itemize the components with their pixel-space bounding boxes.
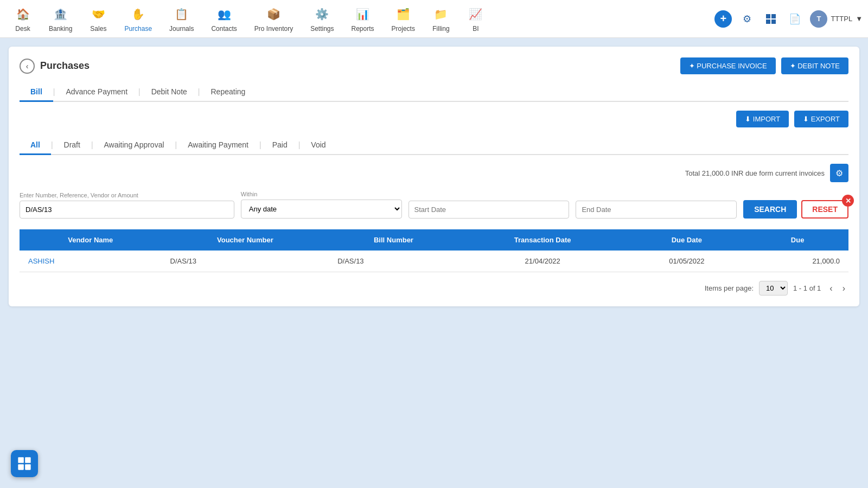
- reset-wrapper: RESET ✕: [801, 200, 848, 219]
- nav-label-filling: Filling: [432, 25, 449, 33]
- col-due-date: Due Date: [627, 229, 747, 251]
- tab-bill[interactable]: Bill: [20, 83, 53, 102]
- add-icon[interactable]: +: [714, 10, 732, 28]
- document-icon[interactable]: 📄: [786, 10, 803, 28]
- nav-label-banking: Banking: [49, 25, 72, 33]
- within-label: Within: [241, 191, 402, 197]
- main-tabs: Bill | Advance Payment | Debit Note | Re…: [20, 83, 848, 102]
- cell-bill-number: D/AS/13: [329, 251, 458, 272]
- table-body: ASHISH D/AS/13 D/AS/13 21/04/2022 01/05/…: [20, 251, 848, 272]
- cell-due-date: 01/05/2022: [627, 251, 747, 272]
- settings-gear-button[interactable]: ⚙: [830, 164, 848, 182]
- nav-item-banking[interactable]: 🏦 Banking: [40, 1, 81, 37]
- items-per-page-label: Items per page:: [705, 284, 754, 292]
- status-tab-paid[interactable]: Paid: [261, 136, 298, 155]
- search-area: Enter Number, Reference, Vendor or Amoun…: [20, 191, 848, 219]
- cell-transaction-date: 21/04/2022: [458, 251, 627, 272]
- status-tab-awaiting-payment[interactable]: Awaiting Payment: [177, 136, 259, 155]
- debit-note-button[interactable]: ✦ DEBIT NOTE: [781, 57, 848, 74]
- purchase-icon: ✋: [130, 5, 147, 23]
- table-header: Vendor Name Voucher Number Bill Number T…: [20, 229, 848, 251]
- nav-label-reports: Reports: [352, 25, 374, 33]
- end-date-input[interactable]: [576, 201, 737, 219]
- action-bar: ⬇ IMPORT ⬇ EXPORT: [20, 111, 848, 127]
- nav-item-projects[interactable]: 🗂️ Projects: [383, 1, 424, 37]
- status-tabs: All | Draft | Awaiting Approval | Awaiti…: [20, 136, 848, 155]
- table-header-row: Vendor Name Voucher Number Bill Number T…: [20, 229, 848, 251]
- info-bar: Total 21,000.0 INR due form current invo…: [20, 164, 848, 182]
- col-due: Due: [746, 229, 848, 251]
- journals-icon: 📋: [173, 5, 190, 23]
- search-input[interactable]: [20, 201, 234, 219]
- nav-label-contacts: Contacts: [211, 25, 237, 33]
- nav-label-sales: Sales: [90, 25, 106, 33]
- tab-advance-payment[interactable]: Advance Payment: [55, 83, 138, 102]
- user-label: TTTPL: [831, 15, 852, 23]
- status-tab-void[interactable]: Void: [300, 136, 336, 155]
- search-number-field: Enter Number, Reference, Vendor or Amoun…: [20, 192, 234, 219]
- nav-label-settings: Settings: [310, 25, 334, 33]
- grid-icon[interactable]: [762, 10, 780, 28]
- cell-voucher-number: D/AS/13: [162, 251, 329, 272]
- nav-item-bi[interactable]: 📈 BI: [458, 1, 493, 37]
- pro-inventory-icon: 📦: [265, 5, 282, 23]
- within-select[interactable]: Any date Last 7 days Last 30 days Last 9…: [241, 200, 402, 219]
- tab-repeating[interactable]: Repeating: [200, 83, 256, 102]
- nav-item-contacts[interactable]: 👥 Contacts: [202, 1, 245, 37]
- filling-icon: 📁: [432, 5, 450, 23]
- header-buttons: ✦ PURCHASE INVOICE ✦ DEBIT NOTE: [680, 57, 848, 74]
- nav-item-purchase[interactable]: ✋ Purchase: [116, 1, 161, 37]
- import-button[interactable]: ⬇ IMPORT: [736, 111, 789, 127]
- main-content: ‹ Purchases ✦ PURCHASE INVOICE ✦ DEBIT N…: [0, 38, 868, 315]
- settings-icon: ⚙️: [314, 5, 331, 23]
- nav-label-purchase: Purchase: [124, 25, 152, 33]
- data-table: Vendor Name Voucher Number Bill Number T…: [20, 229, 848, 272]
- nav-item-desk[interactable]: 🏠 Desk: [5, 1, 40, 37]
- end-date-field: [576, 201, 737, 219]
- card-title-area: ‹ Purchases: [20, 59, 90, 74]
- nav-item-settings[interactable]: ⚙️ Settings: [302, 1, 342, 37]
- back-button[interactable]: ‹: [20, 59, 35, 74]
- col-transaction-date: Transaction Date: [458, 229, 627, 251]
- col-bill-number: Bill Number: [329, 229, 458, 251]
- banking-icon: 🏦: [52, 5, 69, 23]
- within-field: Within Any date Last 7 days Last 30 days…: [241, 191, 402, 219]
- nav-label-journals: Journals: [169, 25, 194, 33]
- search-buttons-group: SEARCH RESET ✕: [743, 200, 848, 219]
- prev-page-button[interactable]: ‹: [826, 282, 835, 294]
- items-per-page-select[interactable]: 10 25 50: [759, 281, 788, 296]
- start-date-field: [409, 201, 570, 219]
- next-page-button[interactable]: ›: [839, 282, 848, 294]
- reset-button[interactable]: RESET: [801, 200, 848, 219]
- search-button[interactable]: SEARCH: [743, 200, 797, 219]
- total-info-text: Total 21,000.0 INR due form current invo…: [685, 169, 825, 177]
- start-date-input[interactable]: [409, 201, 570, 219]
- svg-rect-3: [771, 20, 776, 24]
- pagination-range: 1 - 1 of 1: [793, 284, 821, 292]
- contacts-icon: 👥: [215, 5, 233, 23]
- nav-item-filling[interactable]: 📁 Filling: [424, 1, 458, 37]
- user-area[interactable]: T TTTPL ▼: [810, 10, 863, 28]
- desk-icon: 🏠: [14, 5, 31, 23]
- purchase-invoice-button[interactable]: ✦ PURCHASE INVOICE: [680, 57, 776, 74]
- tab-debit-note[interactable]: Debit Note: [141, 83, 198, 102]
- nav-label-projects: Projects: [392, 25, 415, 33]
- page-title: Purchases: [40, 60, 90, 72]
- close-icon[interactable]: ✕: [842, 195, 854, 207]
- nav-item-journals[interactable]: 📋 Journals: [161, 1, 202, 37]
- nav-item-pro-inventory[interactable]: 📦 Pro Inventory: [246, 1, 302, 37]
- cell-due: 21,000.0: [746, 251, 848, 272]
- search-number-label: Enter Number, Reference, Vendor or Amoun…: [20, 192, 234, 198]
- card-header: ‹ Purchases ✦ PURCHASE INVOICE ✦ DEBIT N…: [20, 57, 848, 74]
- nav-label-bi: BI: [473, 25, 478, 33]
- status-tab-draft[interactable]: Draft: [53, 136, 91, 155]
- nav-label-pro-inventory: Pro Inventory: [254, 25, 293, 33]
- col-voucher-number: Voucher Number: [162, 229, 329, 251]
- gear-nav-icon[interactable]: ⚙: [738, 10, 756, 28]
- nav-item-sales[interactable]: 🤝 Sales: [81, 1, 116, 37]
- export-button[interactable]: ⬇ EXPORT: [794, 111, 848, 127]
- nav-item-reports[interactable]: 📊 Reports: [343, 1, 383, 37]
- status-tab-all[interactable]: All: [20, 136, 51, 155]
- status-tab-awaiting-approval[interactable]: Awaiting Approval: [93, 136, 175, 155]
- cell-vendor-name[interactable]: ASHISH: [20, 251, 162, 272]
